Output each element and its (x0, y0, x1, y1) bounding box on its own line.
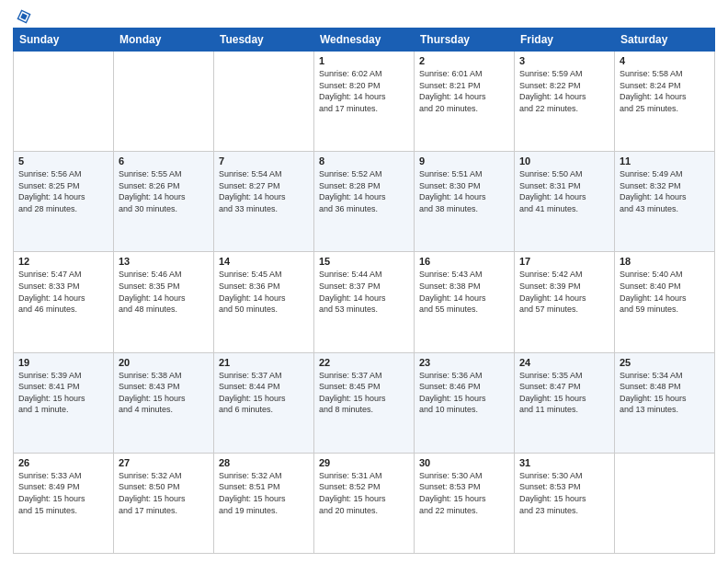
day-number: 22 (319, 357, 409, 368)
day-number: 13 (119, 256, 209, 267)
calendar-cell: 16Sunrise: 5:43 AM Sunset: 8:38 PM Dayli… (415, 252, 515, 352)
calendar-cell: 12Sunrise: 5:47 AM Sunset: 8:33 PM Dayli… (14, 252, 114, 352)
calendar-cell (14, 52, 114, 152)
calendar-cell: 5Sunrise: 5:56 AM Sunset: 8:25 PM Daylig… (14, 152, 114, 252)
day-info: Sunrise: 5:50 AM Sunset: 8:31 PM Dayligh… (519, 168, 609, 214)
calendar-cell: 17Sunrise: 5:42 AM Sunset: 8:39 PM Dayli… (515, 252, 615, 352)
calendar-header-saturday: Saturday (615, 29, 715, 52)
day-number: 19 (18, 357, 108, 368)
calendar-cell: 27Sunrise: 5:32 AM Sunset: 8:50 PM Dayli… (114, 453, 214, 553)
calendar-cell: 26Sunrise: 5:33 AM Sunset: 8:49 PM Dayli… (14, 453, 114, 553)
day-number: 4 (620, 55, 710, 66)
day-info: Sunrise: 5:37 AM Sunset: 8:44 PM Dayligh… (219, 370, 309, 416)
day-number: 16 (419, 256, 509, 267)
day-number: 28 (219, 457, 309, 468)
day-info: Sunrise: 5:40 AM Sunset: 8:40 PM Dayligh… (620, 269, 710, 315)
calendar-cell: 13Sunrise: 5:46 AM Sunset: 8:35 PM Dayli… (114, 252, 214, 352)
calendar-cell: 3Sunrise: 5:59 AM Sunset: 8:22 PM Daylig… (515, 52, 615, 152)
calendar-cell: 28Sunrise: 5:32 AM Sunset: 8:51 PM Dayli… (214, 453, 314, 553)
calendar-cell (615, 453, 715, 553)
calendar-cell: 4Sunrise: 5:58 AM Sunset: 8:24 PM Daylig… (615, 52, 715, 152)
calendar-cell: 22Sunrise: 5:37 AM Sunset: 8:45 PM Dayli… (314, 352, 415, 453)
day-number: 5 (18, 155, 108, 167)
calendar-header-thursday: Thursday (415, 29, 515, 52)
calendar-cell: 30Sunrise: 5:30 AM Sunset: 8:53 PM Dayli… (415, 453, 515, 553)
day-number: 15 (319, 256, 409, 267)
logo (13, 9, 33, 22)
page: SundayMondayTuesdayWednesdayThursdayFrid… (0, 0, 728, 563)
calendar-header-friday: Friday (515, 29, 615, 52)
calendar-cell (214, 52, 314, 152)
calendar-header-tuesday: Tuesday (214, 29, 314, 52)
calendar-header-monday: Monday (114, 29, 214, 52)
day-info: Sunrise: 5:56 AM Sunset: 8:25 PM Dayligh… (18, 168, 108, 214)
calendar-week-2: 12Sunrise: 5:47 AM Sunset: 8:33 PM Dayli… (14, 252, 715, 352)
calendar-cell: 2Sunrise: 6:01 AM Sunset: 8:21 PM Daylig… (415, 52, 515, 152)
day-number: 18 (620, 256, 710, 267)
day-number: 11 (620, 155, 710, 167)
calendar-week-3: 19Sunrise: 5:39 AM Sunset: 8:41 PM Dayli… (14, 352, 715, 453)
calendar-cell: 25Sunrise: 5:34 AM Sunset: 8:48 PM Dayli… (615, 352, 715, 453)
day-info: Sunrise: 5:37 AM Sunset: 8:45 PM Dayligh… (319, 370, 409, 416)
calendar-cell: 23Sunrise: 5:36 AM Sunset: 8:46 PM Dayli… (415, 352, 515, 453)
calendar-cell: 7Sunrise: 5:54 AM Sunset: 8:27 PM Daylig… (214, 152, 314, 252)
day-number: 20 (119, 357, 209, 368)
logo-icon (15, 7, 33, 26)
day-info: Sunrise: 5:38 AM Sunset: 8:43 PM Dayligh… (119, 370, 209, 416)
calendar-cell: 19Sunrise: 5:39 AM Sunset: 8:41 PM Dayli… (14, 352, 114, 453)
day-number: 24 (519, 357, 609, 368)
day-info: Sunrise: 5:35 AM Sunset: 8:47 PM Dayligh… (519, 370, 609, 416)
day-info: Sunrise: 6:01 AM Sunset: 8:21 PM Dayligh… (419, 68, 509, 114)
calendar-header-row: SundayMondayTuesdayWednesdayThursdayFrid… (14, 29, 715, 52)
calendar-table: SundayMondayTuesdayWednesdayThursdayFrid… (13, 28, 715, 554)
calendar-cell: 15Sunrise: 5:44 AM Sunset: 8:37 PM Dayli… (314, 252, 415, 352)
calendar-week-4: 26Sunrise: 5:33 AM Sunset: 8:49 PM Dayli… (14, 453, 715, 553)
day-info: Sunrise: 6:02 AM Sunset: 8:20 PM Dayligh… (319, 68, 409, 114)
day-info: Sunrise: 5:42 AM Sunset: 8:39 PM Dayligh… (519, 269, 609, 315)
day-number: 7 (219, 155, 309, 167)
day-number: 31 (519, 457, 609, 468)
day-number: 21 (219, 357, 309, 368)
calendar-cell: 24Sunrise: 5:35 AM Sunset: 8:47 PM Dayli… (515, 352, 615, 453)
day-number: 1 (319, 55, 409, 66)
calendar-cell (114, 52, 214, 152)
day-number: 9 (419, 155, 509, 167)
day-info: Sunrise: 5:49 AM Sunset: 8:32 PM Dayligh… (620, 168, 710, 214)
day-info: Sunrise: 5:36 AM Sunset: 8:46 PM Dayligh… (419, 370, 509, 416)
day-info: Sunrise: 5:33 AM Sunset: 8:49 PM Dayligh… (18, 470, 108, 516)
day-info: Sunrise: 5:32 AM Sunset: 8:51 PM Dayligh… (219, 470, 309, 516)
day-number: 30 (419, 457, 509, 468)
calendar-week-1: 5Sunrise: 5:56 AM Sunset: 8:25 PM Daylig… (14, 152, 715, 252)
day-info: Sunrise: 5:59 AM Sunset: 8:22 PM Dayligh… (519, 68, 609, 114)
calendar-cell: 8Sunrise: 5:52 AM Sunset: 8:28 PM Daylig… (314, 152, 415, 252)
calendar-cell: 18Sunrise: 5:40 AM Sunset: 8:40 PM Dayli… (615, 252, 715, 352)
header (13, 9, 715, 22)
day-number: 29 (319, 457, 409, 468)
calendar-cell: 9Sunrise: 5:51 AM Sunset: 8:30 PM Daylig… (415, 152, 515, 252)
day-number: 2 (419, 55, 509, 66)
day-info: Sunrise: 5:54 AM Sunset: 8:27 PM Dayligh… (219, 168, 309, 214)
day-info: Sunrise: 5:44 AM Sunset: 8:37 PM Dayligh… (319, 269, 409, 315)
calendar-cell: 6Sunrise: 5:55 AM Sunset: 8:26 PM Daylig… (114, 152, 214, 252)
calendar-header-sunday: Sunday (14, 29, 114, 52)
day-info: Sunrise: 5:34 AM Sunset: 8:48 PM Dayligh… (620, 370, 710, 416)
calendar-cell: 20Sunrise: 5:38 AM Sunset: 8:43 PM Dayli… (114, 352, 214, 453)
day-number: 27 (119, 457, 209, 468)
day-number: 25 (620, 357, 710, 368)
calendar-week-0: 1Sunrise: 6:02 AM Sunset: 8:20 PM Daylig… (14, 52, 715, 152)
day-info: Sunrise: 5:32 AM Sunset: 8:50 PM Dayligh… (119, 470, 209, 516)
day-number: 23 (419, 357, 509, 368)
day-info: Sunrise: 5:30 AM Sunset: 8:53 PM Dayligh… (419, 470, 509, 516)
calendar-cell: 21Sunrise: 5:37 AM Sunset: 8:44 PM Dayli… (214, 352, 314, 453)
calendar-cell: 11Sunrise: 5:49 AM Sunset: 8:32 PM Dayli… (615, 152, 715, 252)
day-info: Sunrise: 5:31 AM Sunset: 8:52 PM Dayligh… (319, 470, 409, 516)
day-number: 10 (519, 155, 609, 167)
day-number: 8 (319, 155, 409, 167)
day-number: 3 (519, 55, 609, 66)
day-info: Sunrise: 5:39 AM Sunset: 8:41 PM Dayligh… (18, 370, 108, 416)
calendar-header-wednesday: Wednesday (314, 29, 415, 52)
day-info: Sunrise: 5:47 AM Sunset: 8:33 PM Dayligh… (18, 269, 108, 315)
day-number: 14 (219, 256, 309, 267)
day-info: Sunrise: 5:30 AM Sunset: 8:53 PM Dayligh… (519, 470, 609, 516)
day-number: 26 (18, 457, 108, 468)
